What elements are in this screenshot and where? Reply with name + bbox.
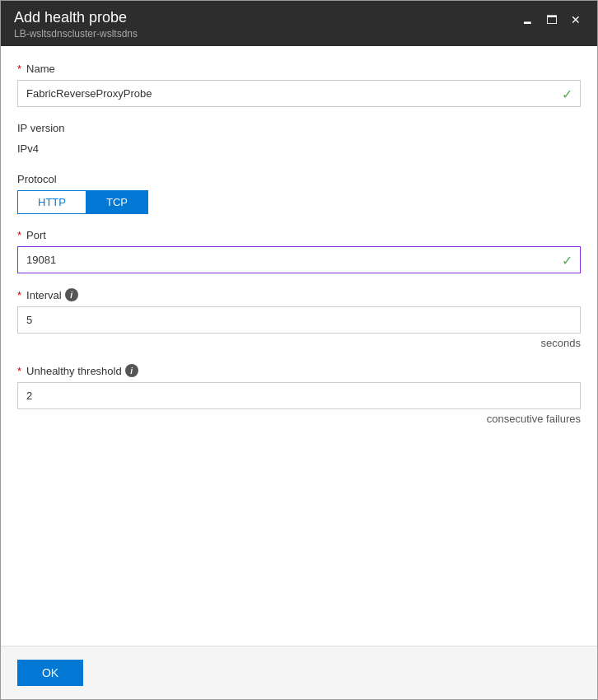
unhealthy-input-wrapper — [17, 382, 581, 409]
unhealthy-input[interactable] — [17, 382, 581, 409]
window-subtitle: LB-wsltsdnscluster-wsltsdns — [14, 28, 138, 40]
name-field-group: * Name ✓ — [17, 63, 581, 107]
minimize-button[interactable]: 🗕 — [518, 12, 536, 27]
name-input-wrapper: ✓ — [17, 80, 581, 107]
title-bar-left: Add health probe LB-wsltsdnscluster-wslt… — [14, 9, 138, 40]
unhealthy-threshold-field-group: * Unhealthy threshold i consecutive fail… — [17, 364, 581, 425]
title-bar-controls: 🗕 🗖 ✕ — [518, 12, 584, 27]
ip-version-field-group: IP version IPv4 — [17, 122, 581, 158]
unhealthy-threshold-label: * Unhealthy threshold i — [17, 364, 581, 377]
protocol-buttons: HTTP TCP — [17, 190, 581, 214]
port-check-icon: ✓ — [562, 252, 572, 268]
maximize-button[interactable]: 🗖 — [543, 12, 561, 27]
port-field-group: * Port ✓ — [17, 229, 581, 273]
protocol-field-group: Protocol HTTP TCP — [17, 173, 581, 214]
form-content: * Name ✓ IP version IPv4 Protocol HTTP T… — [1, 46, 597, 646]
ok-button[interactable]: OK — [17, 660, 83, 686]
protocol-http-button[interactable]: HTTP — [17, 190, 86, 214]
port-input-wrapper: ✓ — [17, 246, 581, 273]
interval-input[interactable] — [17, 306, 581, 334]
interval-field-group: * Interval i seconds — [17, 288, 581, 349]
window-title: Add health probe — [14, 9, 138, 26]
name-label: * Name — [17, 63, 581, 75]
unhealthy-required-star: * — [17, 365, 21, 377]
title-bar: Add health probe LB-wsltsdnscluster-wslt… — [1, 1, 597, 46]
unhealthy-suffix: consecutive failures — [17, 413, 581, 425]
name-input[interactable] — [17, 80, 581, 107]
ip-version-label: IP version — [17, 122, 581, 134]
interval-info-icon: i — [65, 288, 78, 301]
protocol-tcp-button[interactable]: TCP — [86, 190, 148, 214]
close-button[interactable]: ✕ — [568, 12, 584, 27]
name-check-icon: ✓ — [562, 86, 572, 101]
name-required-star: * — [17, 63, 21, 75]
add-health-probe-window: Add health probe LB-wsltsdnscluster-wslt… — [0, 0, 598, 700]
interval-input-wrapper — [17, 306, 581, 334]
protocol-label: Protocol — [17, 173, 581, 185]
ip-version-value: IPv4 — [17, 139, 581, 158]
interval-suffix: seconds — [17, 337, 581, 349]
interval-required-star: * — [17, 289, 21, 301]
port-required-star: * — [17, 229, 21, 241]
port-input[interactable] — [17, 246, 581, 273]
unhealthy-info-icon: i — [125, 364, 138, 377]
footer: OK — [1, 646, 597, 699]
port-label: * Port — [17, 229, 581, 241]
interval-label: * Interval i — [17, 288, 581, 301]
